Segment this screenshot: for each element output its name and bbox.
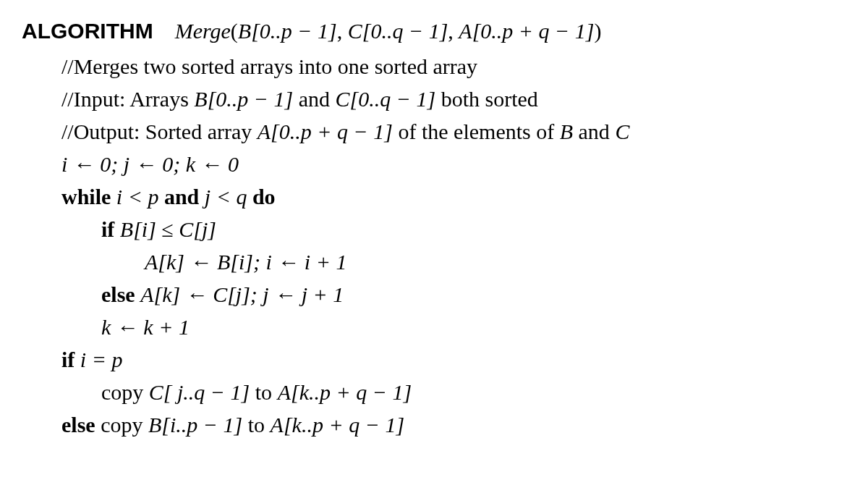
if2-line: if i = p [22,343,846,376]
algorithm-label: ALGORITHM [22,19,153,43]
comment-output: //Output: Sorted array A[0..p + q − 1] o… [22,115,846,148]
algorithm-name: Merge [175,19,231,43]
param-C: C[0..q − 1] [348,19,448,43]
k-increment-line: k ← k + 1 [22,311,846,343]
algorithm-header: ALGORITHM Merge(B[0..p − 1], C[0..q − 1]… [22,14,846,47]
param-B: B[0..p − 1] [238,19,337,43]
while-line: while i < p and j < q do [22,180,846,213]
param-A: A[0..p + q − 1] [459,19,594,43]
if-body-line: A[k] ← B[i]; i ← i + 1 [22,245,846,278]
comment-input: //Input: Arrays B[0..p − 1] and C[0..q −… [22,83,846,115]
else2-line: else copy B[i..p − 1] to A[k..p + q − 1] [22,408,846,441]
init-line: i ← 0; j ← 0; k ← 0 [22,148,846,180]
comment-description: //Merges two sorted arrays into one sort… [22,50,846,83]
if-line: if B[i] ≤ C[j] [22,213,846,245]
copy1-line: copy C[ j..q − 1] to A[k..p + q − 1] [22,376,846,408]
else-line: else A[k] ← C[j]; j ← j + 1 [22,278,846,311]
